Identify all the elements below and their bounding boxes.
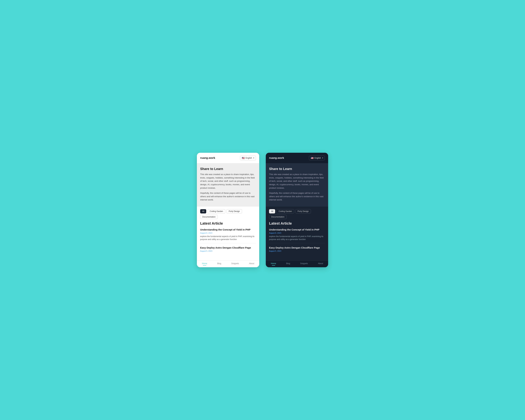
light-lang-label: English	[246, 157, 252, 159]
dark-hero-p1: This site was created as a place to shar…	[269, 173, 325, 190]
dark-content: All Coding Garden Porly Design Documenta…	[266, 206, 328, 261]
light-article-2-date: August 5, 2023	[200, 250, 256, 252]
light-header: ruang.work 🇺🇸 English ▾	[197, 153, 259, 163]
dark-article-2-title: Easy Deploy Astro Dengan Cloudflare Page	[269, 246, 325, 249]
dark-article-1-date: August 8, 2023	[269, 232, 325, 234]
light-logo: ruang.work	[200, 156, 215, 160]
light-filter-all[interactable]: All	[200, 209, 206, 214]
dark-section-heading: Latest Article	[269, 221, 325, 226]
dark-nav-bar: Home Blog Snippets About	[266, 261, 328, 267]
dark-flag-icon: 🇺🇸	[311, 157, 314, 159]
light-article-2-title: Easy Deploy Astro Dengan Cloudflare Page	[200, 246, 256, 249]
dark-article-2-date: August 5, 2023	[269, 250, 325, 252]
dark-filter-coding[interactable]: Coding Garden	[276, 209, 294, 214]
light-nav-snippets[interactable]: Snippets	[231, 262, 239, 265]
dark-nav-home[interactable]: Home	[271, 262, 276, 265]
dark-article-1[interactable]: Understanding the Concept of Yield in PH…	[269, 228, 325, 243]
phones-container: ruang.work 🇺🇸 English ▾ Share to Learn T…	[197, 153, 328, 267]
light-article-2[interactable]: Easy Deploy Astro Dengan Cloudflare Page…	[200, 246, 256, 255]
light-nav-home[interactable]: Home	[202, 262, 207, 265]
dark-header: ruang.work 🇺🇸 English ▾	[266, 153, 328, 163]
light-article-1[interactable]: Understanding the Concept of Yield in PH…	[200, 228, 256, 243]
light-filter-porly[interactable]: Porly Design	[226, 209, 242, 214]
light-chevron-icon: ▾	[253, 157, 254, 159]
dark-article-2[interactable]: Easy Deploy Astro Dengan Cloudflare Page…	[269, 246, 325, 255]
light-section-heading: Latest Article	[200, 221, 256, 226]
dark-filter-all[interactable]: All	[269, 209, 275, 214]
dark-lang-selector[interactable]: 🇺🇸 English ▾	[309, 156, 325, 160]
light-hero: Share to Learn This site was created as …	[197, 163, 259, 206]
light-content: All Coding Garden Porly Design Documenta…	[197, 206, 259, 261]
dark-filter-row: All Coding Garden Porly Design Documenta…	[269, 209, 325, 219]
light-flag-icon: 🇺🇸	[242, 157, 245, 159]
dark-nav-about[interactable]: About	[318, 262, 323, 265]
dark-hero: Share to Learn This site was created as …	[266, 163, 328, 206]
light-hero-p2: Hopefully, the content of these pages wi…	[200, 191, 256, 202]
dark-nav-snippets[interactable]: Snippets	[300, 262, 308, 265]
light-article-1-date: August 8, 2023	[200, 232, 256, 234]
dark-article-1-title: Understanding the Concept of Yield in PH…	[269, 228, 325, 231]
dark-filter-docs[interactable]: Documentation	[269, 215, 287, 219]
light-filter-row: All Coding Garden Porly Design Documenta…	[200, 209, 256, 219]
light-nav-about[interactable]: About	[249, 262, 254, 265]
phone-dark: ruang.work 🇺🇸 English ▾ Share to Learn T…	[266, 153, 328, 267]
light-article-1-desc: explore the fundamental aspects of yield…	[200, 235, 256, 241]
dark-hero-title: Share to Learn	[269, 167, 325, 171]
light-nav-indicator	[203, 265, 206, 266]
dark-chevron-icon: ▾	[322, 157, 323, 159]
light-hero-p1: This site was created as a place to shar…	[200, 173, 256, 190]
light-nav-bar: Home Blog Snippets About	[197, 261, 259, 267]
light-lang-selector[interactable]: 🇺🇸 English ▾	[240, 156, 256, 160]
dark-nav-blog[interactable]: Blog	[286, 262, 290, 265]
dark-article-1-desc: explore the fundamental aspects of yield…	[269, 235, 325, 241]
dark-lang-label: English	[315, 157, 321, 159]
dark-filter-porly[interactable]: Porly Design	[295, 209, 311, 214]
phone-light: ruang.work 🇺🇸 English ▾ Share to Learn T…	[197, 153, 259, 267]
light-filter-coding[interactable]: Coding Garden	[207, 209, 225, 214]
dark-hero-p2: Hopefully, the content of these pages wi…	[269, 191, 325, 202]
light-article-1-title: Understanding the Concept of Yield in PH…	[200, 228, 256, 231]
light-filter-docs[interactable]: Documentation	[200, 215, 218, 219]
light-hero-title: Share to Learn	[200, 167, 256, 171]
light-nav-blog[interactable]: Blog	[217, 262, 221, 265]
dark-logo: ruang.work	[269, 156, 284, 160]
dark-nav-indicator	[272, 265, 275, 266]
